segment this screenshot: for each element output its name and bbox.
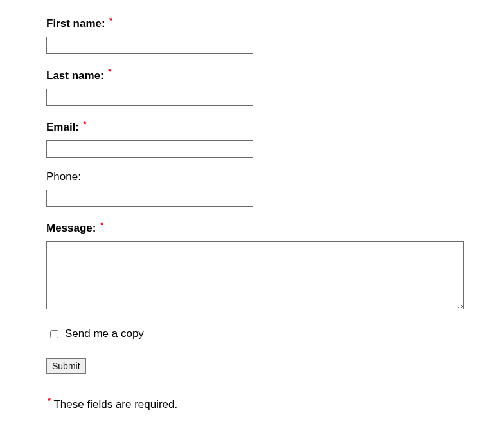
copy-checkbox-row: Send me a copy (50, 327, 458, 340)
first-name-label: First name: (46, 17, 105, 30)
submit-button[interactable]: Submit (46, 358, 86, 374)
email-label: Email: (46, 121, 79, 134)
required-icon: * (83, 119, 86, 129)
email-input[interactable] (46, 140, 253, 158)
contact-form: First name: * Last name: * Email: * Phon… (46, 15, 458, 411)
first-name-input[interactable] (46, 37, 253, 54)
field-message: Message: * (46, 220, 458, 309)
message-input[interactable] (46, 241, 464, 309)
footnote-text: These fields are required. (51, 398, 177, 410)
required-icon: * (108, 67, 111, 77)
field-phone: Phone: (46, 170, 458, 207)
send-copy-checkbox[interactable] (50, 330, 59, 338)
last-name-label: Last name: (46, 69, 104, 82)
field-email: Email: * (46, 119, 458, 158)
field-first-name: First name: * (46, 15, 458, 54)
message-label: Message: (46, 222, 96, 235)
last-name-input[interactable] (46, 89, 253, 106)
phone-label: Phone: (46, 170, 81, 183)
required-icon: * (109, 15, 113, 25)
required-footnote: * These fields are required. (46, 396, 458, 411)
field-last-name: Last name: * (46, 67, 458, 105)
phone-input[interactable] (46, 190, 253, 207)
required-icon: * (100, 220, 104, 230)
send-copy-label: Send me a copy (65, 327, 144, 340)
